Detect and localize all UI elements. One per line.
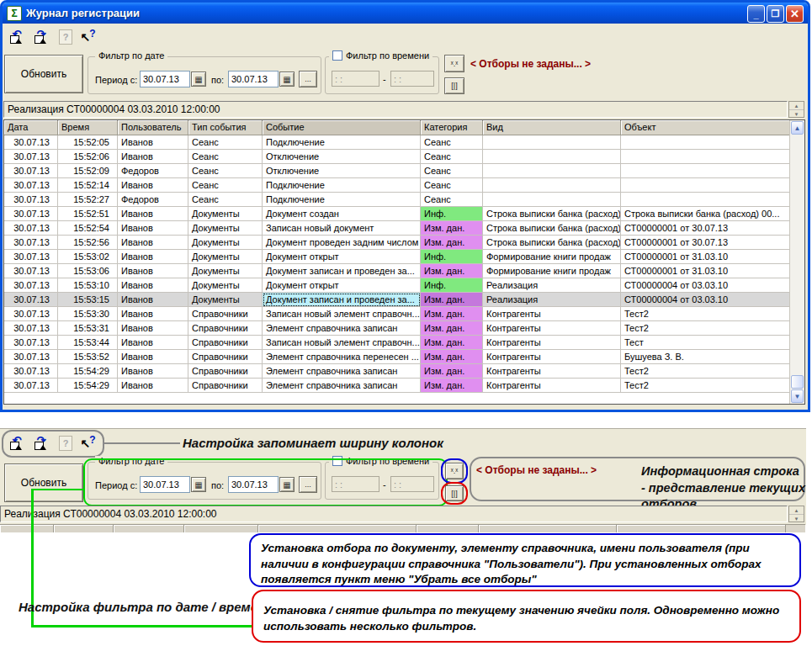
- refresh-button[interactable]: Обновить: [4, 55, 83, 93]
- cell-event[interactable]: Документ создан: [263, 207, 421, 221]
- table-row[interactable]: 30.07.1315:52:05ИвановСеансПодключениеСе…: [4, 135, 804, 150]
- cell-date[interactable]: 30.07.13: [4, 250, 58, 264]
- cell-category[interactable]: Изм. дан.: [421, 364, 483, 379]
- scroll-down-icon[interactable]: ▼: [789, 110, 804, 118]
- cell-user[interactable]: Иванов: [118, 364, 188, 379]
- cell-user[interactable]: Иванов: [118, 379, 188, 393]
- time-from-input[interactable]: [332, 71, 379, 87]
- column-header[interactable]: Дата: [4, 120, 58, 135]
- cell-category[interactable]: Инф.: [421, 278, 483, 293]
- filter-history-forward-icon[interactable]: ↷: [31, 27, 51, 46]
- cell-time[interactable]: 15:53:52: [58, 350, 118, 364]
- filter-history-back-icon[interactable]: ↶: [7, 27, 27, 46]
- cell-object[interactable]: СТ00000004 от 03.03.10: [621, 278, 790, 293]
- status-scroll-widget[interactable]: ▲ ▼: [788, 506, 804, 522]
- cell-user[interactable]: Иванов: [118, 264, 188, 278]
- cell-date[interactable]: 30.07.13: [4, 336, 58, 350]
- cell-type[interactable]: Документы: [188, 221, 263, 236]
- cell-user[interactable]: Федоров: [118, 193, 188, 207]
- cell-category[interactable]: Сеанс: [421, 193, 483, 207]
- cell-category[interactable]: Сеанс: [421, 135, 483, 150]
- cell-type[interactable]: Справочники: [188, 307, 263, 321]
- cell-time[interactable]: 15:53:06: [58, 264, 118, 278]
- cell-event[interactable]: Элемент справочника записан: [263, 379, 421, 393]
- cell-kind[interactable]: Формирование книги продаж: [483, 250, 621, 264]
- cell-category[interactable]: Изм. дан.: [421, 379, 483, 393]
- cell-object[interactable]: СТ00000001 от 30.07.13: [621, 221, 790, 236]
- date-more-button[interactable]: ...: [299, 71, 317, 87]
- cell-type[interactable]: Документы: [188, 264, 263, 278]
- cell-object[interactable]: [621, 164, 790, 178]
- cell-user[interactable]: Иванов: [118, 350, 188, 364]
- cell-kind[interactable]: [483, 178, 621, 193]
- date-to-input[interactable]: [228, 71, 279, 87]
- cell-object[interactable]: Тест2: [621, 364, 790, 379]
- cell-type[interactable]: Справочники: [188, 336, 263, 350]
- table-row[interactable]: 30.07.1315:53:52ИвановСправочникиЭлемент…: [4, 350, 804, 364]
- scroll-down-icon[interactable]: ▼: [789, 515, 804, 522]
- cell-category[interactable]: Сеанс: [421, 164, 483, 178]
- cell-category[interactable]: Сеанс: [421, 150, 483, 164]
- minimize-button[interactable]: _: [747, 5, 765, 23]
- table-row[interactable]: 30.07.1315:53:06ИвановДокументыДокумент …: [4, 264, 804, 278]
- select-by-column-button[interactable]: [|]: [444, 77, 464, 94]
- column-header[interactable]: Событие: [263, 120, 421, 135]
- cell-event[interactable]: Подключение: [263, 193, 421, 207]
- cell-time[interactable]: 15:52:14: [58, 178, 118, 193]
- cell-type[interactable]: Документы: [188, 293, 263, 307]
- cell-type[interactable]: Документы: [188, 236, 263, 250]
- table-row[interactable]: 30.07.1315:52:51ИвановДокументыДокумент …: [4, 207, 804, 221]
- select-by-value-button[interactable]: ˣ.ˣ: [444, 55, 464, 72]
- cell-object[interactable]: [621, 193, 790, 207]
- title-bar[interactable]: Σ Журнал регистрации _ ❐ ✕: [3, 3, 808, 24]
- cell-date[interactable]: 30.07.13: [4, 221, 58, 236]
- cell-object[interactable]: [621, 150, 790, 164]
- cell-object[interactable]: Бушуева З. В.: [621, 350, 790, 364]
- cell-category[interactable]: Инф.: [421, 250, 483, 264]
- cell-kind[interactable]: Контрагенты: [483, 336, 621, 350]
- table-row[interactable]: 30.07.1315:52:54ИвановДокументыЗаписан н…: [4, 221, 804, 236]
- cell-event[interactable]: Подключение: [263, 135, 421, 150]
- cell-kind[interactable]: Строка выписки банка (расход): [483, 207, 621, 221]
- context-help-icon[interactable]: ↖?: [78, 27, 98, 46]
- table-row[interactable]: 30.07.1315:53:02ИвановДокументыДокумент …: [4, 250, 804, 264]
- maximize-button[interactable]: ❐: [767, 5, 784, 23]
- cell-object[interactable]: Строка выписки банка (расход) 00...: [621, 207, 790, 221]
- table-row[interactable]: 30.07.1315:53:30ИвановСправочникиЗаписан…: [4, 307, 804, 321]
- scrollbar-thumb[interactable]: [791, 375, 804, 389]
- cell-user[interactable]: Иванов: [118, 321, 188, 336]
- cell-kind[interactable]: [483, 193, 621, 207]
- cell-object[interactable]: Тест2: [621, 379, 790, 393]
- cell-time[interactable]: 15:52:54: [58, 221, 118, 236]
- cell-date[interactable]: 30.07.13: [4, 264, 58, 278]
- cell-object[interactable]: [621, 135, 790, 150]
- cell-time[interactable]: 15:52:09: [58, 164, 118, 178]
- cell-type[interactable]: Сеанс: [188, 193, 263, 207]
- time-filter-checkbox[interactable]: [332, 50, 342, 61]
- cell-kind[interactable]: Контрагенты: [483, 321, 621, 336]
- cell-kind[interactable]: Контрагенты: [483, 307, 621, 321]
- refresh-button[interactable]: Обновить: [4, 463, 83, 502]
- help-icon[interactable]: ?: [56, 27, 76, 46]
- cell-event[interactable]: Элемент справочника записан: [263, 321, 421, 336]
- cell-date[interactable]: 30.07.13: [4, 350, 58, 364]
- table-row[interactable]: 30.07.1315:53:44ИвановСправочникиЗаписан…: [4, 336, 804, 350]
- cell-kind[interactable]: Контрагенты: [483, 364, 621, 379]
- table-row[interactable]: 30.07.1315:53:31ИвановСправочникиЭлемент…: [4, 321, 804, 336]
- cell-user[interactable]: Иванов: [118, 150, 188, 164]
- cell-user[interactable]: Иванов: [118, 178, 188, 193]
- cell-object[interactable]: [621, 178, 790, 193]
- column-header[interactable]: Тип события: [188, 120, 263, 135]
- cell-type[interactable]: Сеанс: [188, 135, 263, 150]
- column-header[interactable]: Пользователь: [118, 120, 188, 135]
- table-row[interactable]: 30.07.1315:52:06ИвановСеансОтключениеСеа…: [4, 150, 804, 164]
- cell-category[interactable]: Изм. дан.: [421, 321, 483, 336]
- cell-date[interactable]: 30.07.13: [4, 364, 58, 379]
- cell-object[interactable]: СТ00000001 от 31.03.10: [621, 264, 790, 278]
- cell-type[interactable]: Документы: [188, 250, 263, 264]
- cell-type[interactable]: Документы: [188, 278, 263, 293]
- cell-time[interactable]: 15:53:02: [58, 250, 118, 264]
- table-row[interactable]: 30.07.1315:53:15ИвановДокументыДокумент …: [4, 293, 804, 307]
- date-from-calendar-button[interactable]: ▦: [191, 71, 206, 87]
- cell-time[interactable]: 15:54:29: [58, 364, 118, 379]
